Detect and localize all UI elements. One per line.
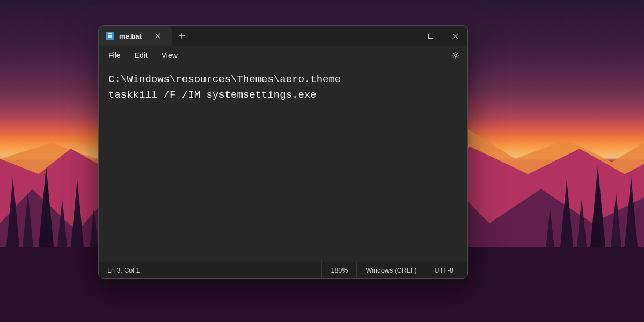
close-icon [452, 33, 458, 39]
status-line-ending[interactable]: Windows (CRLF) [356, 262, 425, 278]
plus-icon [179, 33, 185, 39]
svg-rect-0 [428, 34, 433, 38]
menu-edit[interactable]: Edit [128, 48, 154, 62]
tab-title: me.bat [119, 32, 142, 40]
titlebar-drag-region[interactable] [192, 26, 393, 46]
notepad-window: me.bat [98, 25, 468, 279]
settings-button[interactable] [447, 47, 464, 64]
text-editor[interactable]: C:\Windows\resources\Themes\aero.theme t… [99, 64, 467, 262]
menu-view[interactable]: View [155, 48, 184, 62]
editor-line: taskkill /F /IM systemsettings.exe [108, 89, 317, 101]
editor-line: C:\Windows\resources\Themes\aero.theme [108, 74, 341, 85]
new-tab-button[interactable] [172, 26, 192, 46]
tab-active[interactable]: me.bat [99, 26, 172, 46]
status-zoom[interactable]: 180% [321, 262, 356, 278]
status-cursor[interactable]: Ln 3, Col 1 [104, 267, 140, 274]
minimize-icon [403, 33, 409, 39]
wallpaper-trees [0, 166, 113, 258]
close-icon [155, 33, 160, 39]
svg-point-1 [455, 54, 457, 56]
tab-close-button[interactable] [150, 28, 165, 43]
minimize-button[interactable] [393, 26, 418, 46]
menubar: File Edit View [99, 46, 467, 64]
wallpaper-trees [531, 166, 644, 258]
maximize-button[interactable] [418, 26, 443, 46]
titlebar[interactable]: me.bat [99, 26, 467, 46]
desktop-wallpaper: me.bat [0, 0, 644, 322]
gear-icon [451, 51, 460, 60]
status-encoding[interactable]: UTF-8 [426, 262, 462, 278]
statusbar: Ln 3, Col 1 180% Windows (CRLF) UTF-8 [99, 262, 467, 278]
maximize-icon [428, 33, 434, 39]
document-icon [106, 32, 114, 40]
close-button[interactable] [443, 26, 467, 46]
menu-file[interactable]: File [102, 48, 127, 62]
window-controls [393, 26, 467, 46]
